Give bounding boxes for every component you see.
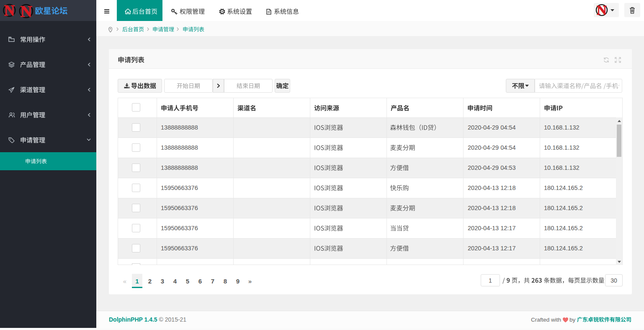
svg-text:N: N	[4, 3, 15, 19]
svg-text:N: N	[20, 2, 32, 20]
svg-text:N: N	[597, 3, 607, 18]
